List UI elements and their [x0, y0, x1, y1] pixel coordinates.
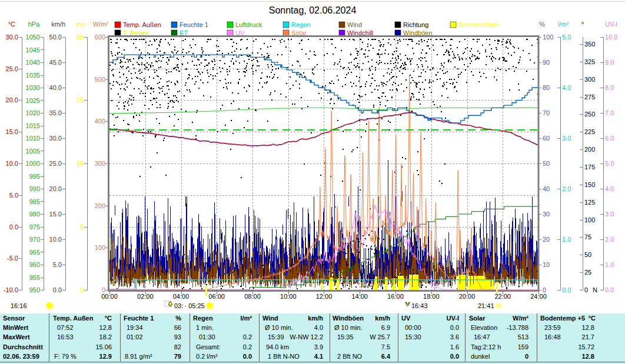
- svg-text:01:02: 01:02: [127, 333, 143, 340]
- svg-text:0.0: 0.0: [605, 286, 614, 293]
- svg-text:960: 960: [29, 261, 40, 268]
- svg-text:1 Bft N-NO: 1 Bft N-NO: [268, 353, 300, 360]
- svg-text:W/m²: W/m²: [93, 21, 109, 28]
- svg-text:UV: UV: [401, 315, 411, 322]
- svg-text:-13.788: -13.788: [507, 324, 528, 331]
- svg-text:5.0: 5.0: [9, 192, 18, 199]
- svg-text:50: 50: [543, 160, 550, 167]
- svg-text:965: 965: [29, 249, 40, 256]
- svg-text:Sensor: Sensor: [3, 315, 25, 322]
- svg-text:12:00: 12:00: [316, 293, 333, 300]
- svg-text:15.72: 15.72: [578, 343, 594, 350]
- svg-text:4.0: 4.0: [314, 324, 323, 331]
- svg-text:9.0: 9.0: [605, 59, 614, 66]
- svg-text:40: 40: [543, 185, 550, 192]
- svg-text:350: 350: [584, 41, 595, 48]
- svg-text:400: 400: [95, 118, 105, 125]
- svg-text:20: 20: [543, 236, 550, 243]
- svg-text:16:00: 16:00: [387, 293, 404, 300]
- svg-text:25: 25: [584, 269, 591, 276]
- svg-text:4.0: 4.0: [605, 185, 614, 192]
- svg-text:Feuchte 1: Feuchte 1: [179, 21, 208, 28]
- svg-text:6.0: 6.0: [605, 135, 614, 142]
- svg-text:25.0: 25.0: [6, 65, 18, 72]
- svg-text:4.0: 4.0: [562, 84, 571, 91]
- svg-text:20.0: 20.0: [6, 96, 18, 103]
- svg-text:00:00: 00:00: [101, 293, 118, 300]
- svg-text:04:00: 04:00: [173, 293, 190, 300]
- svg-text:955: 955: [29, 274, 40, 281]
- svg-text:80: 80: [543, 84, 550, 91]
- svg-text:16:47: 16:47: [474, 333, 490, 340]
- svg-text:21:41: 21:41: [478, 302, 494, 309]
- svg-text:15:35: 15:35: [337, 333, 354, 340]
- svg-text:990: 990: [29, 185, 40, 192]
- svg-text:03: · 05:25: 03: · 05:25: [174, 302, 205, 309]
- svg-text:82: 82: [174, 343, 181, 350]
- svg-text:35.0: 35.0: [49, 109, 62, 116]
- svg-text:Bodentemp +5: Bodentemp +5: [540, 315, 585, 322]
- svg-text:325: 325: [584, 58, 595, 65]
- svg-text:MaxWert: MaxWert: [3, 333, 30, 340]
- svg-text:°C: °C: [105, 315, 112, 322]
- svg-text:300: 300: [95, 160, 105, 167]
- svg-text:°C: °C: [589, 315, 596, 322]
- svg-text:min: min: [76, 21, 87, 28]
- svg-text:20: 20: [77, 34, 84, 41]
- svg-text:10: 10: [543, 261, 550, 268]
- svg-text:%: %: [539, 21, 545, 28]
- svg-text:15.0: 15.0: [6, 128, 18, 135]
- svg-text:%: %: [175, 315, 181, 322]
- svg-text:14:00: 14:00: [351, 293, 368, 300]
- svg-text:°: °: [581, 21, 584, 28]
- svg-text:30.0: 30.0: [6, 34, 18, 41]
- svg-text:159: 159: [518, 343, 528, 350]
- svg-text:0.2 l/m²: 0.2 l/m²: [196, 353, 218, 360]
- svg-text:W 25.7: W 25.7: [370, 333, 390, 340]
- svg-text:15.0: 15.0: [49, 211, 62, 218]
- svg-text:Gesamt:: Gesamt:: [196, 343, 221, 350]
- svg-text:225: 225: [584, 128, 595, 135]
- svg-text:94.0 km: 94.0 km: [266, 343, 289, 350]
- svg-text:1.0: 1.0: [605, 261, 614, 268]
- svg-text:980: 980: [29, 211, 40, 218]
- svg-text:-10.0: -10.0: [4, 286, 18, 293]
- svg-text:1045: 1045: [26, 46, 40, 54]
- svg-text:125: 125: [584, 199, 595, 206]
- svg-text:66: 66: [174, 324, 181, 331]
- svg-text:W/m²: W/m²: [513, 315, 528, 322]
- svg-text:Regen: Regen: [291, 21, 310, 28]
- svg-text:90: 90: [543, 59, 550, 66]
- svg-text:Windböen: Windböen: [333, 315, 364, 322]
- svg-text:20.0: 20.0: [49, 185, 62, 192]
- svg-text:0.0: 0.0: [243, 353, 252, 360]
- svg-text:°C: °C: [8, 21, 15, 28]
- svg-text:19:34: 19:34: [127, 324, 143, 331]
- svg-text:1010: 1010: [26, 135, 40, 142]
- svg-text:513: 513: [518, 333, 528, 340]
- svg-text:60: 60: [543, 135, 550, 142]
- svg-text:Durchschnitt: Durchschnitt: [3, 343, 43, 350]
- svg-text:8.91 g/m³: 8.91 g/m³: [125, 353, 152, 360]
- svg-text:07:52: 07:52: [57, 324, 74, 331]
- svg-text:0.0: 0.0: [450, 324, 459, 331]
- svg-text:7.5: 7.5: [381, 343, 390, 350]
- svg-text:21.7: 21.7: [582, 333, 594, 340]
- svg-text:l/m²: l/m²: [558, 21, 569, 28]
- svg-text:970: 970: [29, 236, 40, 243]
- svg-text:6.9: 6.9: [381, 324, 390, 331]
- svg-text:5: 5: [80, 223, 84, 231]
- svg-text:km/h: km/h: [51, 21, 65, 28]
- svg-text:5.0: 5.0: [53, 261, 62, 268]
- svg-text:Sonnenschein: Sonnenschein: [458, 21, 500, 28]
- svg-text:16:48: 16:48: [544, 333, 561, 340]
- svg-text:10:00: 10:00: [280, 293, 297, 300]
- svg-text:50.0: 50.0: [49, 34, 62, 41]
- svg-text:16:16: 16:16: [11, 302, 27, 309]
- svg-text:15:39: 15:39: [268, 333, 284, 340]
- svg-text:l/m²: l/m²: [240, 315, 252, 322]
- svg-text:0.2: 0.2: [243, 333, 252, 340]
- svg-text:1015: 1015: [26, 122, 40, 129]
- svg-text:150: 150: [584, 181, 595, 188]
- svg-text:1005: 1005: [26, 148, 40, 155]
